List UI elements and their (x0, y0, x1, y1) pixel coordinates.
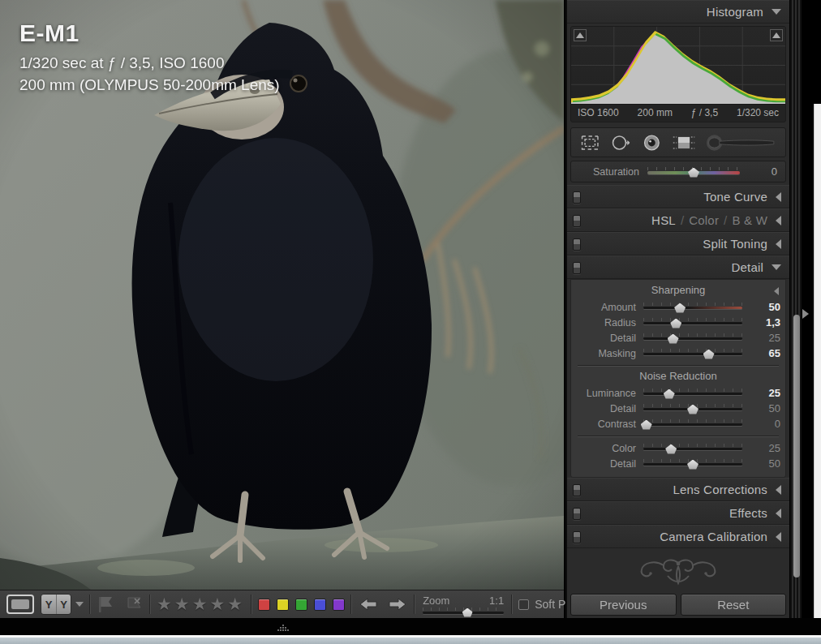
zoom-ratio-value[interactable]: 1:1 (489, 595, 504, 607)
panel-expand-icon[interactable] (776, 485, 781, 495)
view-options-caret-icon[interactable] (75, 602, 84, 607)
reject-flag-icon[interactable] (124, 595, 144, 613)
slider-value[interactable]: 50 (750, 301, 780, 313)
color-label-chip[interactable] (295, 599, 307, 611)
panel-header-camera-calibration[interactable]: Camera Calibration (567, 525, 789, 548)
filmstrip-reveal-grip-icon[interactable] (274, 624, 292, 633)
slider-ticks (643, 303, 742, 306)
zoom-slider-ticks (423, 608, 504, 611)
histogram-collapse-icon[interactable] (772, 9, 781, 15)
slider-amount: Amount50 (576, 299, 780, 315)
panel-expand-icon[interactable] (776, 216, 781, 225)
group-collapse-icon[interactable] (774, 287, 779, 295)
spot-removal-icon[interactable] (610, 132, 631, 153)
detail-panel-header[interactable]: Detail (567, 255, 789, 279)
next-photo-arrow-icon[interactable] (387, 595, 408, 613)
detail-panel-switch[interactable] (573, 262, 581, 274)
slider-value[interactable]: 25 (750, 332, 780, 344)
shadow-clipping-indicator[interactable] (574, 29, 587, 41)
slider-bar[interactable] (643, 353, 742, 355)
color-label-chip[interactable] (277, 599, 289, 611)
slider-track[interactable] (643, 333, 742, 343)
soft-proofing-checkbox[interactable] (518, 599, 529, 610)
before-after-view-button[interactable]: Y Y (41, 594, 71, 615)
slider-value[interactable]: 65 (750, 347, 780, 359)
histogram-graph[interactable] (571, 27, 785, 105)
panel-header-lens-corrections[interactable]: Lens Corrections (567, 478, 789, 501)
panel-scrollbar[interactable] (789, 0, 802, 618)
panel-title: Split Toning (703, 237, 767, 251)
slider-value[interactable]: 25 (750, 387, 780, 399)
slider-value[interactable]: 1,3 (750, 316, 780, 328)
reset-button[interactable]: Reset (681, 594, 787, 616)
panel-header-effects[interactable]: Effects (567, 501, 789, 525)
highlight-clipping-indicator[interactable] (770, 29, 783, 41)
crop-overlay-icon[interactable] (579, 132, 600, 153)
slider-track[interactable] (643, 389, 742, 398)
adjustment-brush-icon[interactable] (706, 132, 777, 153)
zoom-slider[interactable] (423, 608, 504, 615)
exif-value[interactable]: ISO 1600 (578, 107, 619, 118)
slider-bar[interactable] (643, 322, 742, 324)
slider-value[interactable]: 50 (750, 457, 780, 470)
toolbar-separator (251, 595, 252, 614)
slider-track[interactable] (643, 349, 742, 358)
panel-switch[interactable] (573, 531, 581, 543)
red-eye-correction-icon[interactable] (642, 132, 662, 153)
exif-value[interactable]: ƒ / 3,5 (691, 107, 718, 118)
slider-bar[interactable] (643, 423, 742, 426)
panel-scrollbar-thumb[interactable] (793, 315, 800, 577)
previous-button[interactable]: Previous (570, 594, 677, 616)
exif-value[interactable]: 1/320 sec (737, 107, 779, 118)
panel-switch[interactable] (573, 508, 581, 520)
panel-switch[interactable] (573, 215, 581, 227)
panel-expand-icon[interactable] (776, 509, 781, 518)
panel-header-hsl-color-b-w[interactable]: HSL/Color/B & W (567, 208, 789, 232)
slider-ticks (643, 419, 742, 423)
previous-photo-arrow-icon[interactable] (358, 595, 379, 613)
slider-contrast: Contrast0 (576, 416, 780, 431)
slider-bar[interactable] (643, 393, 742, 395)
loupe-view-button[interactable] (6, 595, 34, 614)
panel-mode-bw[interactable]: B & W (732, 213, 767, 227)
before-view-icon[interactable]: Y (41, 595, 56, 614)
after-view-icon[interactable]: Y (56, 595, 71, 614)
graduated-filter-icon[interactable] (672, 132, 696, 153)
slider-track[interactable] (643, 303, 742, 312)
photo-canvas[interactable]: E-M1 1/320 sec at ƒ / 3,5, ISO 1600 200 … (0, 0, 564, 590)
panel-expand-icon[interactable] (776, 239, 781, 249)
panel-mode-hsl[interactable]: HSL (651, 213, 676, 227)
histogram-panel-header[interactable]: Histogram (567, 0, 789, 24)
panel-expand-icon[interactable] (776, 192, 781, 202)
panel-header-split-toning[interactable]: Split Toning (567, 232, 789, 255)
slider-track[interactable] (643, 444, 742, 453)
group-heading-sharpening: Sharpening (576, 284, 780, 299)
slider-track[interactable] (643, 404, 742, 414)
detail-collapse-icon[interactable] (772, 264, 781, 270)
panel-switch[interactable] (573, 191, 581, 204)
slider-track[interactable] (643, 318, 742, 328)
color-label-chip[interactable] (333, 599, 345, 611)
slider-label: Radius (576, 317, 636, 328)
pick-flag-icon[interactable] (97, 595, 116, 613)
slider-value[interactable]: 50 (750, 402, 780, 414)
star-rating-control[interactable]: ★★★★★ (157, 595, 245, 614)
toolbar-separator (89, 595, 91, 614)
slider-value[interactable]: 25 (750, 442, 780, 454)
panel-mode-color[interactable]: Color (689, 213, 719, 227)
saturation-slider[interactable] (647, 167, 740, 177)
panel-switch[interactable] (573, 484, 581, 496)
panel-expand-icon[interactable] (776, 532, 781, 542)
slider-value[interactable]: 0 (750, 418, 780, 430)
exif-value[interactable]: 200 mm (638, 107, 673, 118)
panel-reveal-arrow-icon[interactable] (802, 309, 809, 319)
panel-switch[interactable] (573, 238, 581, 251)
saturation-value[interactable]: 0 (748, 165, 777, 178)
color-label-chip[interactable] (314, 599, 326, 611)
slider-bar[interactable] (643, 337, 742, 340)
slider-track[interactable] (643, 419, 742, 429)
color-label-chip[interactable] (258, 599, 270, 611)
panel-header-tone-curve[interactable]: Tone Curve (567, 185, 789, 208)
slider-track[interactable] (643, 459, 742, 469)
slider-bar[interactable] (643, 448, 742, 450)
